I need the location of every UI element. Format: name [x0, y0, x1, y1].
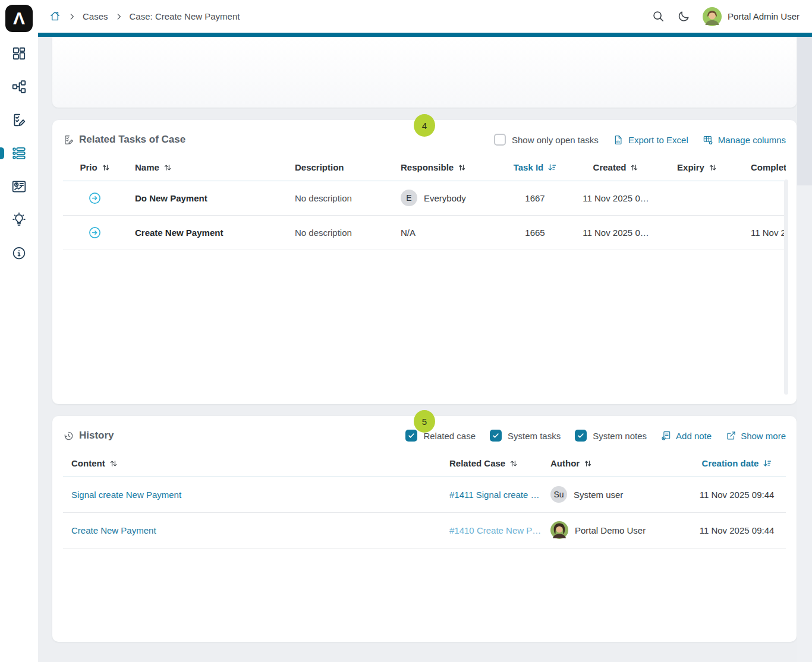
processes-icon: [11, 79, 27, 94]
related-tasks-card: 4 Related Tasks of Case Show only open t…: [52, 120, 797, 404]
export-to-excel-button[interactable]: xls Export to Excel: [613, 134, 688, 146]
sort-icon: [458, 163, 466, 172]
history-content-link[interactable]: Create New Payment: [71, 525, 156, 535]
history-clock-icon: [63, 430, 74, 442]
case-details-card-bottom: [52, 37, 797, 108]
logo-glyph: Λ: [13, 10, 25, 27]
task-row[interactable]: Create New Payment No description N/A 16…: [63, 215, 786, 250]
add-note-button[interactable]: Add note: [661, 430, 712, 441]
task-id: 1667: [498, 181, 572, 215]
creation-date: 11 Nov 2025 09:44: [688, 512, 786, 548]
column-header-name[interactable]: Name: [127, 155, 287, 181]
history-content-link[interactable]: Signal create New Payment: [71, 490, 181, 500]
app-logo[interactable]: Λ: [5, 5, 33, 32]
history-title: History: [79, 430, 114, 442]
column-header-completed[interactable]: Completed: [734, 155, 786, 181]
column-header-description[interactable]: Description: [287, 155, 392, 181]
checkbox-unchecked: [494, 134, 506, 146]
task-name: Create New Payment: [135, 228, 223, 238]
column-header-author[interactable]: Author: [542, 450, 688, 477]
task-expiry: [660, 181, 734, 215]
related-case-link[interactable]: #1410 Create New P…: [449, 525, 541, 535]
statistics-icon: [11, 179, 27, 194]
task-id: 1665: [498, 215, 572, 250]
sort-icon: [709, 163, 717, 172]
system-tasks-checkbox[interactable]: System tasks: [490, 430, 561, 442]
history-count-badge: 5: [414, 410, 435, 433]
priority-normal-icon: [89, 226, 101, 237]
sidebar: [0, 0, 38, 662]
task-description: No description: [287, 181, 392, 215]
breadcrumb-cases[interactable]: Cases: [83, 11, 108, 21]
sort-icon: [509, 459, 518, 468]
checkbox-checked: [575, 430, 587, 442]
sidebar-item-statistics[interactable]: [0, 170, 38, 203]
sort-icon: [109, 459, 118, 468]
sidebar-item-improvements[interactable]: [0, 203, 38, 237]
main-content: 4 Related Tasks of Case Show only open t…: [38, 37, 812, 662]
task-created: 11 Nov 2025 0…: [572, 181, 660, 215]
tasks-table-scrollbar[interactable]: [784, 179, 788, 395]
task-document-icon: [63, 134, 74, 146]
system-notes-checkbox[interactable]: System notes: [575, 430, 647, 442]
related-case-checkbox[interactable]: Related case: [405, 430, 476, 442]
author-avatar: [550, 521, 568, 539]
tasks-table: Prio Name Description Responsible Task I…: [63, 155, 786, 250]
sidebar-item-tasks[interactable]: [0, 103, 38, 137]
home-icon[interactable]: [49, 10, 61, 23]
related-tasks-title: Related Tasks of Case: [79, 134, 185, 146]
task-name: Do New Payment: [135, 193, 207, 203]
page-scrollbar-thumb[interactable]: [797, 37, 812, 185]
breadcrumb: Cases Case: Create New Payment: [49, 0, 240, 33]
history-row[interactable]: Create New Payment #1410 Create New P… P…: [63, 512, 786, 548]
manage-columns-button[interactable]: Manage columns: [703, 134, 786, 146]
column-header-creation-date[interactable]: Creation date: [688, 450, 786, 477]
show-only-open-tasks-checkbox[interactable]: Show only open tasks: [494, 134, 599, 146]
sidebar-item-processes[interactable]: [0, 70, 38, 103]
author-name: System user: [574, 490, 623, 500]
excel-file-icon: xls: [613, 134, 624, 146]
column-header-content[interactable]: Content: [63, 450, 441, 477]
related-case-link[interactable]: #1411 Signal create …: [449, 490, 540, 500]
dashboard-icon: [11, 46, 27, 61]
note-plus-icon: [661, 430, 672, 441]
checkbox-checked: [405, 430, 417, 442]
dark-mode-toggle-icon[interactable]: [677, 10, 691, 23]
table-gear-icon: [703, 134, 714, 146]
task-completed: [734, 181, 786, 215]
avatar: [703, 7, 722, 26]
sort-icon: [630, 163, 638, 172]
column-header-created[interactable]: Created: [572, 155, 660, 181]
sidebar-item-about[interactable]: [0, 237, 38, 270]
checkbox-checked: [490, 430, 502, 442]
task-completed: 11 Nov 20: [734, 215, 786, 250]
lightbulb-icon: [11, 212, 27, 228]
author-name: Portal Demo User: [575, 525, 646, 535]
task-row[interactable]: Do New Payment No description EEverybody…: [63, 181, 786, 215]
creation-date: 11 Nov 2025 09:44: [688, 477, 786, 512]
column-header-related-case[interactable]: Related Case: [441, 450, 542, 477]
search-icon[interactable]: [652, 10, 665, 23]
sidebar-item-dashboard[interactable]: [0, 37, 38, 70]
column-header-responsible[interactable]: Responsible: [392, 155, 498, 181]
portal-app: Λ Cases Case: Create New Payment: [0, 0, 812, 662]
history-table-header-row: Content Related Case Author Creation dat…: [63, 450, 786, 477]
sort-desc-icon: [547, 163, 556, 172]
chevron-right-icon: [68, 12, 76, 21]
history-table: Content Related Case Author Creation dat…: [63, 450, 786, 548]
priority-normal-icon: [89, 192, 101, 202]
responsible-name: N/A: [401, 228, 416, 238]
sidebar-item-case-details[interactable]: [0, 137, 38, 170]
column-header-prio[interactable]: Prio: [63, 155, 127, 181]
user-menu[interactable]: Portal Admin User: [703, 7, 800, 26]
column-header-expiry[interactable]: Expiry: [660, 155, 734, 181]
show-more-button[interactable]: Show more: [726, 430, 786, 441]
history-row[interactable]: Signal create New Payment #1411 Signal c…: [63, 477, 786, 512]
responsible-name: Everybody: [424, 193, 466, 203]
sort-desc-icon: [763, 459, 772, 468]
user-name: Portal Admin User: [728, 11, 800, 21]
chevron-right-icon: [115, 12, 123, 21]
column-header-task-id[interactable]: Task Id: [498, 155, 572, 181]
sort-icon: [102, 163, 110, 172]
page-scrollbar[interactable]: [797, 37, 812, 662]
